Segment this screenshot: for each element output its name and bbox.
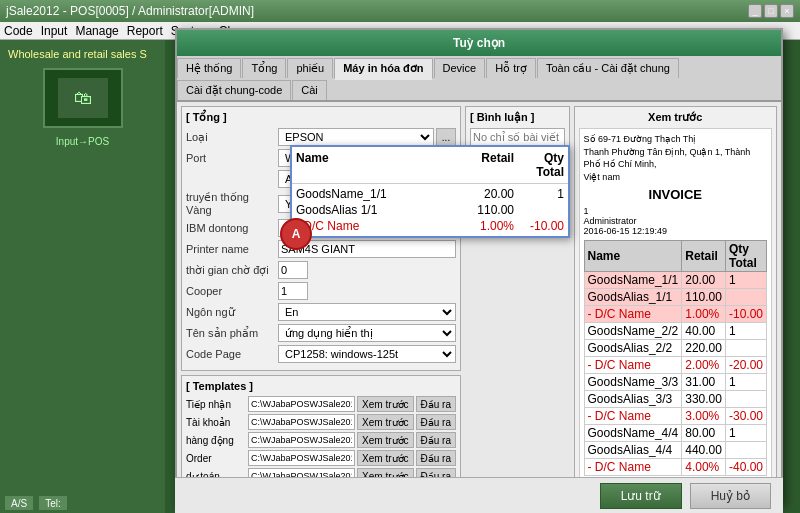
section-title-tong: [ Tổng ] [186, 111, 456, 124]
cell-name: GoodsName_4/4 [584, 425, 682, 442]
popup-table: Name Retail QtyTotal GoodsName_1/1 20.00… [290, 145, 570, 238]
tl-taikhoan-xem-btn[interactable]: Xem trước [357, 414, 413, 430]
table-row: - D/C Name 1.00% -10.00 [584, 306, 766, 323]
tl-tiepnhan-label: Tiếp nhận [186, 399, 246, 410]
cell-name: - D/C Name [584, 306, 682, 323]
tl-order-label: Order [186, 453, 246, 464]
dialog-footer: Lưu trữ Huỷ bỏ [175, 477, 783, 513]
tel-button[interactable]: Tel: [38, 495, 68, 511]
right-panel: Xem trước Số 69-71 Đường Thạch Thị Thanh… [574, 106, 777, 512]
save-button[interactable]: Lưu trữ [600, 483, 682, 509]
menu-report[interactable]: Report [127, 24, 163, 38]
template-taikhoan: Tài khoản Xem trước Đầu ra [186, 414, 456, 430]
dialog-title: Tuỳ chọn [453, 36, 505, 50]
maximize-btn[interactable]: □ [764, 4, 778, 18]
sidebar-logo: 🛍 [43, 68, 123, 128]
cell-retail: 110.00 [682, 289, 726, 306]
loai-btn[interactable]: ... [436, 128, 456, 146]
tl-order-input[interactable] [248, 450, 355, 466]
tl-hangdong-dau-btn[interactable]: Đầu ra [416, 432, 456, 448]
sidebar: Wholesale and retail sales S 🛍 Input→POS [0, 40, 165, 513]
popup-col-qty-header: QtyTotal [514, 151, 564, 179]
cell-retail: 31.00 [682, 374, 726, 391]
tl-hangdong-label: hàng động [186, 435, 246, 446]
lang-row: Ngôn ngữ En [186, 303, 456, 321]
popup-cell-retail: 20.00 [459, 187, 514, 201]
table-row: GoodsName_2/2 40.00 1 [584, 323, 766, 340]
preview-section: Xem trước Số 69-71 Đường Thạch Thị Thanh… [574, 106, 777, 512]
preview-content: Số 69-71 Đường Thạch Thị Thanh Phường Tâ… [579, 128, 772, 504]
lang-select[interactable]: En [278, 303, 456, 321]
port-label: Port [186, 152, 276, 164]
tl-tiepnhan-xem-btn[interactable]: Xem trước [357, 396, 413, 412]
tl-order-xem-btn[interactable]: Xem trước [357, 450, 413, 466]
tab-cai[interactable]: Cài [292, 80, 327, 100]
minimize-btn[interactable]: _ [748, 4, 762, 18]
timeout-row: thời gian chờ đợi [186, 261, 456, 279]
table-row: GoodsAlias_2/2 220.00 [584, 340, 766, 357]
table-row: GoodsName_1/1 20.00 1 [584, 272, 766, 289]
col-qty-header: QtyTotal [725, 241, 766, 272]
tab-hotro[interactable]: Hỗ trợ [486, 58, 536, 78]
tl-taikhoan-input[interactable] [248, 414, 355, 430]
menu-input[interactable]: Input [41, 24, 68, 38]
codepage-select[interactable]: CP1258: windows-125t [278, 345, 456, 363]
timeout-input[interactable] [278, 261, 308, 279]
table-row: - D/C Name 4.00% -40.00 [584, 459, 766, 476]
loai-select[interactable]: EPSON [278, 128, 434, 146]
printer-label: Printer name [186, 243, 276, 255]
table-row: GoodsName_3/3 31.00 1 [584, 374, 766, 391]
tl-tiepnhan-dau-btn[interactable]: Đầu ra [416, 396, 456, 412]
table-row: - D/C Name 2.00% -20.00 [584, 357, 766, 374]
tab-hethong[interactable]: Hệ thống [177, 58, 241, 78]
cell-qty: -20.00 [725, 357, 766, 374]
app-title: jSale2012 - POS[0005] / Administrator[AD… [6, 4, 254, 18]
menu-manage[interactable]: Manage [75, 24, 118, 38]
app-titlebar: jSale2012 - POS[0005] / Administrator[AD… [0, 0, 800, 22]
truyen-label: truyền thống Vàng [186, 191, 276, 216]
tab-device[interactable]: Device [434, 58, 486, 78]
tab-toancau[interactable]: Toàn cầu - Cài đặt chung [537, 58, 679, 78]
cell-qty [725, 391, 766, 408]
popup-cell-retail: 1.00% [459, 219, 514, 233]
as-button[interactable]: A/S [4, 495, 34, 511]
cell-retail: 330.00 [682, 391, 726, 408]
product-select[interactable]: ứng dụng hiển thị [278, 324, 456, 342]
tl-taikhoan-dau-btn[interactable]: Đầu ra [416, 414, 456, 430]
close-btn[interactable]: × [780, 4, 794, 18]
cell-qty: 1 [725, 272, 766, 289]
tl-hangdong-input[interactable] [248, 432, 355, 448]
cell-retail: 40.00 [682, 323, 726, 340]
comment-search-input[interactable] [470, 128, 565, 146]
tab-mayinhoadon[interactable]: Máy in hóa đơn [334, 58, 432, 80]
table-row: GoodsAlias_4/4 440.00 [584, 442, 766, 459]
codepage-row: Code Page CP1258: windows-125t [186, 345, 456, 363]
cell-name: GoodsName_3/3 [584, 374, 682, 391]
tab-tong[interactable]: Tổng [242, 58, 286, 78]
timeout-label: thời gian chờ đợi [186, 264, 276, 277]
preview-table: Name Retail QtyTotal GoodsName_1/1 20.00… [584, 240, 767, 476]
codepage-label: Code Page [186, 348, 276, 360]
cell-qty: 1 [725, 374, 766, 391]
loai-row: Loại EPSON ... [186, 128, 456, 146]
badge-a: A [280, 218, 312, 250]
tab-caidatchungcode[interactable]: Cài đặt chung-code [177, 80, 291, 100]
cell-qty [725, 340, 766, 357]
popup-cell-name: GoodsName_1/1 [296, 187, 459, 201]
cell-name: GoodsAlias_2/2 [584, 340, 682, 357]
tl-order-dau-btn[interactable]: Đầu ra [416, 450, 456, 466]
badge-a-text: A [292, 227, 301, 241]
cell-name: - D/C Name [584, 408, 682, 425]
popup-cell-qty: -10.00 [514, 219, 564, 233]
printer-row: Printer name [186, 240, 456, 258]
cooper-row: Cooper [186, 282, 456, 300]
tl-tiepnhan-input[interactable] [248, 396, 355, 412]
popup-row: GoodsName_1/1 20.00 1 [296, 186, 564, 202]
table-row: - D/C Name 3.00% -30.00 [584, 408, 766, 425]
cancel-button[interactable]: Huỷ bỏ [690, 483, 771, 509]
tab-phieu[interactable]: phiếu [287, 58, 333, 78]
preview-address: Số 69-71 Đường Thạch Thị Thanh Phường Tâ… [584, 133, 767, 183]
cooper-input[interactable] [278, 282, 308, 300]
tl-hangdong-xem-btn[interactable]: Xem trước [357, 432, 413, 448]
menu-code[interactable]: Code [4, 24, 33, 38]
